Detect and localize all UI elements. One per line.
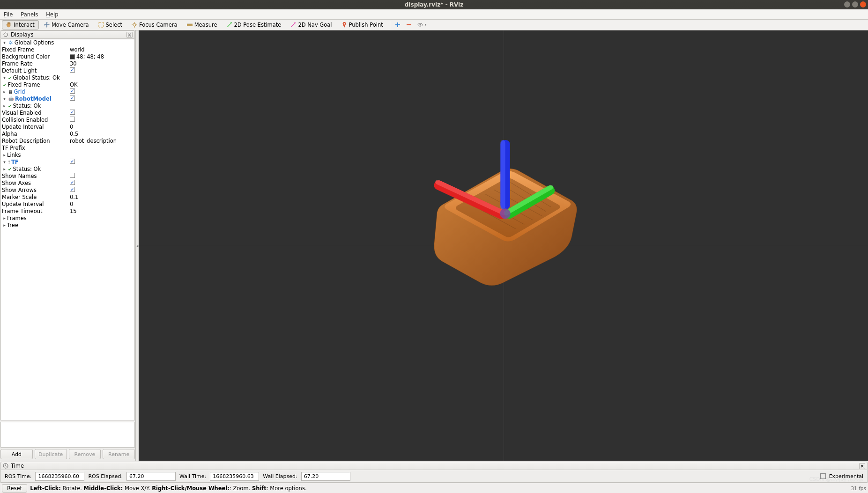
- svg-point-7: [4, 33, 7, 37]
- robotmodel-status-label[interactable]: Status: Ok: [13, 103, 41, 110]
- show-arrows-checkbox[interactable]: [70, 187, 75, 192]
- experimental-label[interactable]: Experimental: [829, 473, 863, 479]
- alpha-label[interactable]: Alpha: [2, 131, 17, 138]
- background-color-value[interactable]: 48; 48; 48: [76, 53, 104, 60]
- displays-tree[interactable]: ▾✲Global Options Fixed Frameworld Backgr…: [0, 39, 135, 420]
- default-light-label[interactable]: Default Light: [2, 67, 37, 74]
- 3d-viewport[interactable]: [139, 30, 868, 461]
- displays-title-label: Displays: [11, 31, 33, 38]
- global-options-label[interactable]: Global Options: [15, 39, 54, 46]
- nav-goal-label: 2D Nav Goal: [298, 22, 332, 28]
- measure-button[interactable]: Measure: [183, 20, 222, 29]
- wall-elapsed-field[interactable]: [301, 472, 350, 481]
- fixed-frame-value[interactable]: world: [70, 46, 85, 53]
- collision-enabled-label[interactable]: Collision Enabled: [2, 117, 48, 124]
- robotmodel-checkbox[interactable]: [70, 96, 75, 101]
- tree-label[interactable]: Tree: [7, 222, 18, 229]
- wall-time-field[interactable]: [210, 472, 259, 481]
- rename-button[interactable]: Rename: [103, 449, 135, 459]
- tf-prefix-label[interactable]: TF Prefix: [2, 145, 25, 152]
- tf-label[interactable]: TF: [11, 159, 19, 166]
- displays-panel-title[interactable]: Displays ×: [0, 30, 135, 39]
- publish-point-button[interactable]: Publish Point: [337, 20, 387, 29]
- panel-close-button[interactable]: ×: [859, 463, 865, 469]
- robot-model: [416, 125, 589, 294]
- show-arrows-label[interactable]: Show Arrows: [2, 187, 37, 194]
- robot-description-label[interactable]: Robot Description: [2, 138, 50, 145]
- marker-scale-value[interactable]: 0.1: [70, 194, 78, 201]
- maximize-icon[interactable]: [852, 1, 858, 7]
- robotmodel-label[interactable]: RobotModel: [15, 96, 52, 103]
- menu-help[interactable]: Help: [46, 11, 58, 18]
- fixed-frame-label[interactable]: Fixed Frame: [2, 46, 34, 53]
- ros-time-label: ROS Time:: [5, 473, 31, 479]
- svg-rect-0: [99, 22, 104, 27]
- global-status-fixed-frame-label[interactable]: Fixed Frame: [7, 81, 40, 88]
- focus-camera-button[interactable]: Focus Camera: [127, 20, 182, 29]
- focus-camera-label: Focus Camera: [139, 22, 178, 28]
- tf-update-interval-label[interactable]: Update Interval: [2, 201, 44, 208]
- links-label[interactable]: Links: [7, 152, 21, 159]
- tf-status-label[interactable]: Status: Ok: [13, 166, 41, 173]
- show-names-label[interactable]: Show Names: [2, 173, 37, 180]
- frame-timeout-label[interactable]: Frame Timeout: [2, 208, 42, 215]
- ros-elapsed-field[interactable]: [126, 472, 176, 481]
- show-names-checkbox[interactable]: [70, 173, 75, 178]
- menu-panels[interactable]: Panels: [21, 11, 38, 18]
- background-color-label[interactable]: Background Color: [2, 53, 50, 60]
- select-icon: [98, 22, 104, 28]
- remove-display-button[interactable]: [404, 20, 414, 29]
- pose-estimate-button[interactable]: 2D Pose Estimate: [223, 20, 286, 29]
- experimental-checkbox[interactable]: [820, 473, 826, 479]
- add-display-button[interactable]: [393, 20, 403, 29]
- nav-goal-button[interactable]: 2D Nav Goal: [286, 20, 336, 29]
- menu-file[interactable]: File: [4, 11, 13, 18]
- color-swatch[interactable]: [70, 54, 75, 59]
- visual-enabled-label[interactable]: Visual Enabled: [2, 110, 41, 117]
- alpha-value[interactable]: 0.5: [70, 131, 78, 138]
- toolbar: Interact Move Camera Select Focus Camera…: [0, 20, 868, 30]
- panel-close-button[interactable]: ×: [126, 32, 133, 38]
- close-icon[interactable]: [860, 1, 866, 7]
- interact-button[interactable]: Interact: [2, 20, 39, 29]
- minimize-icon[interactable]: [844, 1, 850, 7]
- duplicate-button[interactable]: Duplicate: [35, 449, 67, 459]
- time-title-label: Time: [11, 463, 24, 469]
- select-button[interactable]: Select: [94, 20, 126, 29]
- remove-button[interactable]: Remove: [69, 449, 101, 459]
- default-light-checkbox[interactable]: [70, 67, 75, 73]
- show-axes-label[interactable]: Show Axes: [2, 180, 31, 187]
- global-status-label[interactable]: Global Status: Ok: [13, 74, 59, 81]
- grid-checkbox[interactable]: [70, 88, 75, 94]
- rm-update-interval-label[interactable]: Update Interval: [2, 124, 44, 131]
- grid-label[interactable]: Grid: [14, 88, 25, 96]
- robot-description-value[interactable]: robot_description: [70, 138, 117, 145]
- collision-enabled-checkbox[interactable]: [70, 117, 75, 122]
- tf-update-interval-value[interactable]: 0: [70, 201, 73, 208]
- frames-label[interactable]: Frames: [7, 215, 27, 222]
- svg-point-20: [500, 208, 510, 219]
- titlebar: display.rviz* - RViz: [0, 0, 868, 9]
- svg-rect-4: [407, 24, 411, 25]
- show-axes-checkbox[interactable]: [70, 180, 75, 185]
- reset-button[interactable]: Reset: [2, 484, 27, 493]
- visibility-button[interactable]: ▾: [415, 20, 429, 29]
- frame-timeout-value[interactable]: 15: [70, 208, 77, 215]
- ros-time-field[interactable]: [35, 472, 84, 481]
- robot-icon: 🤖: [8, 96, 14, 103]
- marker-scale-label[interactable]: Marker Scale: [2, 194, 37, 201]
- window-title: display.rviz* - RViz: [405, 1, 463, 8]
- move-camera-button[interactable]: Move Camera: [40, 20, 93, 29]
- visual-enabled-checkbox[interactable]: [70, 110, 75, 115]
- frame-rate-label[interactable]: Frame Rate: [2, 60, 33, 67]
- fps-label: 31 fps: [851, 486, 866, 491]
- add-button[interactable]: Add: [0, 449, 33, 459]
- move-camera-label: Move Camera: [52, 22, 89, 28]
- minus-icon: [406, 22, 412, 28]
- tf-checkbox[interactable]: [70, 159, 75, 164]
- description-box: [0, 422, 135, 448]
- svg-point-6: [419, 24, 421, 26]
- rm-update-interval-value[interactable]: 0: [70, 124, 73, 131]
- toolbar-separator: [390, 21, 390, 29]
- time-panel: Time × ROS Time: ROS Elapsed: Wall Time:…: [0, 461, 868, 483]
